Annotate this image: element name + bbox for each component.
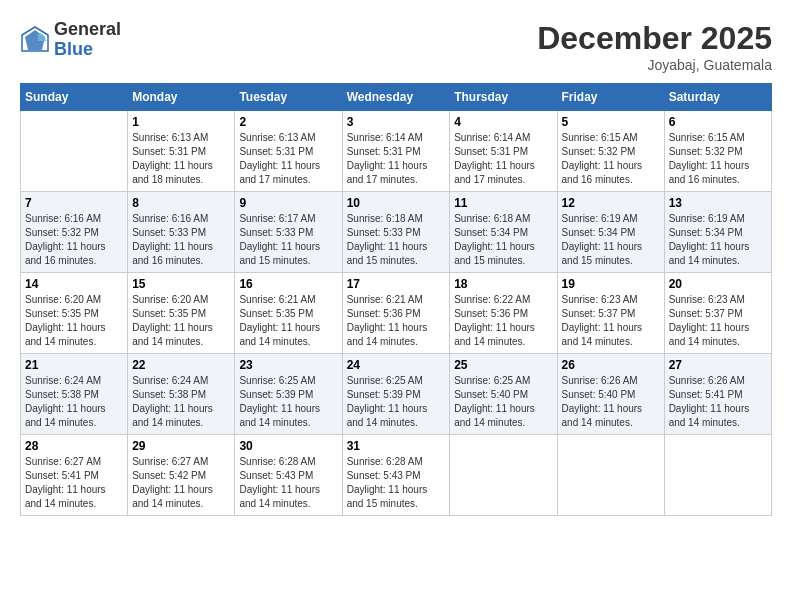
- day-number: 26: [562, 358, 660, 372]
- calendar-header-tuesday: Tuesday: [235, 84, 342, 111]
- day-number: 17: [347, 277, 446, 291]
- day-info: Sunrise: 6:26 AM Sunset: 5:40 PM Dayligh…: [562, 374, 660, 430]
- day-info: Sunrise: 6:22 AM Sunset: 5:36 PM Dayligh…: [454, 293, 552, 349]
- day-info: Sunrise: 6:17 AM Sunset: 5:33 PM Dayligh…: [239, 212, 337, 268]
- day-info: Sunrise: 6:20 AM Sunset: 5:35 PM Dayligh…: [25, 293, 123, 349]
- calendar-cell: 25Sunrise: 6:25 AM Sunset: 5:40 PM Dayli…: [450, 354, 557, 435]
- calendar-cell: 15Sunrise: 6:20 AM Sunset: 5:35 PM Dayli…: [128, 273, 235, 354]
- calendar-cell: [557, 435, 664, 516]
- calendar-cell: 31Sunrise: 6:28 AM Sunset: 5:43 PM Dayli…: [342, 435, 450, 516]
- logo: General Blue: [20, 20, 121, 60]
- calendar-cell: 16Sunrise: 6:21 AM Sunset: 5:35 PM Dayli…: [235, 273, 342, 354]
- day-info: Sunrise: 6:13 AM Sunset: 5:31 PM Dayligh…: [239, 131, 337, 187]
- calendar-cell: 24Sunrise: 6:25 AM Sunset: 5:39 PM Dayli…: [342, 354, 450, 435]
- calendar-cell: 22Sunrise: 6:24 AM Sunset: 5:38 PM Dayli…: [128, 354, 235, 435]
- calendar-cell: [450, 435, 557, 516]
- calendar-cell: 14Sunrise: 6:20 AM Sunset: 5:35 PM Dayli…: [21, 273, 128, 354]
- day-number: 21: [25, 358, 123, 372]
- day-number: 5: [562, 115, 660, 129]
- day-info: Sunrise: 6:19 AM Sunset: 5:34 PM Dayligh…: [562, 212, 660, 268]
- calendar-cell: 21Sunrise: 6:24 AM Sunset: 5:38 PM Dayli…: [21, 354, 128, 435]
- calendar-table: SundayMondayTuesdayWednesdayThursdayFrid…: [20, 83, 772, 516]
- calendar-header-saturday: Saturday: [664, 84, 771, 111]
- day-number: 11: [454, 196, 552, 210]
- calendar-cell: 18Sunrise: 6:22 AM Sunset: 5:36 PM Dayli…: [450, 273, 557, 354]
- calendar-week-row: 1Sunrise: 6:13 AM Sunset: 5:31 PM Daylig…: [21, 111, 772, 192]
- day-number: 24: [347, 358, 446, 372]
- day-info: Sunrise: 6:28 AM Sunset: 5:43 PM Dayligh…: [239, 455, 337, 511]
- day-number: 28: [25, 439, 123, 453]
- logo-general: General: [54, 19, 121, 39]
- day-number: 18: [454, 277, 552, 291]
- day-info: Sunrise: 6:16 AM Sunset: 5:33 PM Dayligh…: [132, 212, 230, 268]
- day-info: Sunrise: 6:15 AM Sunset: 5:32 PM Dayligh…: [669, 131, 767, 187]
- day-info: Sunrise: 6:19 AM Sunset: 5:34 PM Dayligh…: [669, 212, 767, 268]
- day-info: Sunrise: 6:28 AM Sunset: 5:43 PM Dayligh…: [347, 455, 446, 511]
- month-title: December 2025: [537, 20, 772, 57]
- calendar-cell: 6Sunrise: 6:15 AM Sunset: 5:32 PM Daylig…: [664, 111, 771, 192]
- logo-blue: Blue: [54, 39, 93, 59]
- day-info: Sunrise: 6:23 AM Sunset: 5:37 PM Dayligh…: [562, 293, 660, 349]
- day-info: Sunrise: 6:18 AM Sunset: 5:34 PM Dayligh…: [454, 212, 552, 268]
- calendar-cell: [664, 435, 771, 516]
- calendar-cell: 13Sunrise: 6:19 AM Sunset: 5:34 PM Dayli…: [664, 192, 771, 273]
- day-info: Sunrise: 6:27 AM Sunset: 5:42 PM Dayligh…: [132, 455, 230, 511]
- day-info: Sunrise: 6:23 AM Sunset: 5:37 PM Dayligh…: [669, 293, 767, 349]
- calendar-week-row: 21Sunrise: 6:24 AM Sunset: 5:38 PM Dayli…: [21, 354, 772, 435]
- calendar-cell: 5Sunrise: 6:15 AM Sunset: 5:32 PM Daylig…: [557, 111, 664, 192]
- day-info: Sunrise: 6:26 AM Sunset: 5:41 PM Dayligh…: [669, 374, 767, 430]
- calendar-header-friday: Friday: [557, 84, 664, 111]
- day-info: Sunrise: 6:14 AM Sunset: 5:31 PM Dayligh…: [454, 131, 552, 187]
- calendar-header-thursday: Thursday: [450, 84, 557, 111]
- day-number: 7: [25, 196, 123, 210]
- day-number: 8: [132, 196, 230, 210]
- day-info: Sunrise: 6:24 AM Sunset: 5:38 PM Dayligh…: [25, 374, 123, 430]
- day-number: 4: [454, 115, 552, 129]
- calendar-cell: 10Sunrise: 6:18 AM Sunset: 5:33 PM Dayli…: [342, 192, 450, 273]
- day-number: 15: [132, 277, 230, 291]
- day-number: 3: [347, 115, 446, 129]
- calendar-cell: 26Sunrise: 6:26 AM Sunset: 5:40 PM Dayli…: [557, 354, 664, 435]
- day-number: 29: [132, 439, 230, 453]
- day-number: 20: [669, 277, 767, 291]
- calendar-cell: 28Sunrise: 6:27 AM Sunset: 5:41 PM Dayli…: [21, 435, 128, 516]
- day-info: Sunrise: 6:25 AM Sunset: 5:39 PM Dayligh…: [239, 374, 337, 430]
- title-block: December 2025 Joyabaj, Guatemala: [537, 20, 772, 73]
- day-info: Sunrise: 6:20 AM Sunset: 5:35 PM Dayligh…: [132, 293, 230, 349]
- day-number: 12: [562, 196, 660, 210]
- calendar-week-row: 14Sunrise: 6:20 AM Sunset: 5:35 PM Dayli…: [21, 273, 772, 354]
- calendar-cell: 19Sunrise: 6:23 AM Sunset: 5:37 PM Dayli…: [557, 273, 664, 354]
- day-number: 9: [239, 196, 337, 210]
- calendar-week-row: 7Sunrise: 6:16 AM Sunset: 5:32 PM Daylig…: [21, 192, 772, 273]
- day-info: Sunrise: 6:13 AM Sunset: 5:31 PM Dayligh…: [132, 131, 230, 187]
- calendar-cell: 12Sunrise: 6:19 AM Sunset: 5:34 PM Dayli…: [557, 192, 664, 273]
- calendar-header-wednesday: Wednesday: [342, 84, 450, 111]
- day-info: Sunrise: 6:21 AM Sunset: 5:35 PM Dayligh…: [239, 293, 337, 349]
- calendar-header-monday: Monday: [128, 84, 235, 111]
- day-number: 10: [347, 196, 446, 210]
- day-number: 1: [132, 115, 230, 129]
- calendar-cell: 17Sunrise: 6:21 AM Sunset: 5:36 PM Dayli…: [342, 273, 450, 354]
- calendar-cell: 23Sunrise: 6:25 AM Sunset: 5:39 PM Dayli…: [235, 354, 342, 435]
- calendar-cell: 2Sunrise: 6:13 AM Sunset: 5:31 PM Daylig…: [235, 111, 342, 192]
- day-info: Sunrise: 6:21 AM Sunset: 5:36 PM Dayligh…: [347, 293, 446, 349]
- location: Joyabaj, Guatemala: [537, 57, 772, 73]
- calendar-cell: 11Sunrise: 6:18 AM Sunset: 5:34 PM Dayli…: [450, 192, 557, 273]
- day-number: 31: [347, 439, 446, 453]
- calendar-cell: 1Sunrise: 6:13 AM Sunset: 5:31 PM Daylig…: [128, 111, 235, 192]
- calendar-cell: 3Sunrise: 6:14 AM Sunset: 5:31 PM Daylig…: [342, 111, 450, 192]
- day-number: 19: [562, 277, 660, 291]
- day-number: 13: [669, 196, 767, 210]
- calendar-cell: 4Sunrise: 6:14 AM Sunset: 5:31 PM Daylig…: [450, 111, 557, 192]
- day-number: 27: [669, 358, 767, 372]
- calendar-cell: 8Sunrise: 6:16 AM Sunset: 5:33 PM Daylig…: [128, 192, 235, 273]
- calendar-cell: 20Sunrise: 6:23 AM Sunset: 5:37 PM Dayli…: [664, 273, 771, 354]
- day-number: 30: [239, 439, 337, 453]
- page-header: General Blue December 2025 Joyabaj, Guat…: [20, 20, 772, 73]
- calendar-cell: 7Sunrise: 6:16 AM Sunset: 5:32 PM Daylig…: [21, 192, 128, 273]
- calendar-cell: [21, 111, 128, 192]
- day-info: Sunrise: 6:15 AM Sunset: 5:32 PM Dayligh…: [562, 131, 660, 187]
- day-number: 25: [454, 358, 552, 372]
- day-info: Sunrise: 6:16 AM Sunset: 5:32 PM Dayligh…: [25, 212, 123, 268]
- day-info: Sunrise: 6:27 AM Sunset: 5:41 PM Dayligh…: [25, 455, 123, 511]
